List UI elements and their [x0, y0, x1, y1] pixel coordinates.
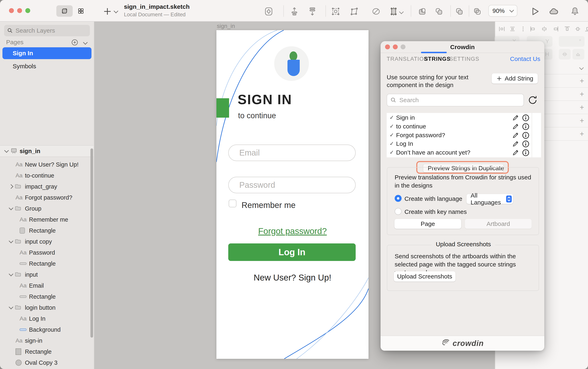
disclosure-down-icon[interactable] [4, 148, 9, 153]
page-button[interactable]: Page [394, 219, 461, 229]
difference-icon[interactable] [472, 7, 482, 16]
layer-row-sign-in[interactable]: Aasign-in [0, 335, 91, 346]
distribute-vertically-icon[interactable] [509, 25, 516, 33]
more-alignment-icon[interactable] [519, 25, 527, 33]
edit-pencil-icon[interactable] [512, 140, 519, 147]
edit-shape-icon[interactable] [331, 7, 341, 16]
align-top-icon[interactable] [564, 25, 571, 33]
sign-in-heading[interactable]: SIGN IN [238, 92, 292, 107]
mask-tool-icon[interactable] [371, 7, 381, 16]
artboard-title-label[interactable]: sign_in [217, 23, 235, 29]
strings-list-scrollbar[interactable] [532, 113, 541, 157]
transform-shape-icon[interactable] [349, 7, 359, 16]
window-close-button[interactable] [9, 8, 14, 13]
disclosure-down-icon[interactable] [9, 239, 13, 243]
grid-view-button[interactable] [73, 5, 89, 17]
sign-up-link[interactable]: New User? Sign Up! [216, 273, 368, 283]
window-zoom-button[interactable] [25, 8, 30, 13]
cloud-sync-button[interactable] [549, 7, 559, 16]
layer-row-forgot-password-[interactable]: AaForgot password? [0, 192, 91, 203]
all-languages-dropdown[interactable]: All Languages [467, 194, 513, 204]
scale-tool-chevron-icon[interactable] [399, 10, 404, 14]
layer-row-input-copy[interactable]: input copy [0, 236, 91, 247]
distribute-horizontal-icon[interactable] [307, 7, 317, 16]
disclosure-down-icon[interactable] [9, 305, 13, 309]
layer-row-input[interactable]: input [0, 269, 91, 280]
string-row-1[interactable]: ✓Sign in [387, 114, 532, 122]
remember-me-label[interactable]: Remember me [242, 201, 296, 210]
create-with-language-radio[interactable] [395, 195, 402, 202]
flip-vertical-button[interactable] [572, 49, 584, 60]
zoom-level-dropdown[interactable]: 90% [488, 5, 517, 17]
window-minimize-button[interactable] [17, 8, 22, 13]
disclosure-down-icon[interactable] [9, 206, 13, 210]
sidebar-page-sign-in[interactable]: Sign In [2, 47, 92, 59]
add-style-button[interactable]: + [578, 77, 586, 85]
rotation-field[interactable]: ° [559, 36, 585, 47]
layer-list-view-button[interactable] [56, 5, 73, 17]
add-style-button[interactable]: + [578, 116, 586, 125]
search-layers-input[interactable] [15, 27, 83, 34]
artboard-sign-in[interactable]: SIGN IN to continue Email Password Remem… [216, 30, 368, 359]
edit-pencil-icon[interactable] [512, 123, 519, 130]
add-style-button[interactable]: + [578, 90, 586, 99]
password-field[interactable]: Password [228, 177, 356, 193]
flip-horizontal-button[interactable] [559, 49, 571, 60]
sidebar-scrollbar[interactable] [90, 149, 93, 338]
to-continue-subheading[interactable]: to continue [238, 111, 276, 120]
app-logo[interactable] [274, 46, 309, 81]
layer-row-remember-me[interactable]: AaRemember me [0, 214, 91, 225]
add-string-button[interactable]: Add String [492, 73, 538, 84]
preview-play-button[interactable] [530, 7, 540, 16]
upload-screenshots-button[interactable]: Upload Screenshots [394, 271, 455, 281]
search-layers-field[interactable] [4, 25, 90, 36]
union-icon[interactable] [417, 7, 427, 16]
align-middle-vertical-icon[interactable] [574, 25, 581, 33]
layer-row-group[interactable]: Group [0, 203, 91, 214]
artboard-button[interactable]: Artboard [465, 219, 532, 229]
align-center-horizontal-icon[interactable] [541, 25, 548, 33]
string-row-3[interactable]: ✓Forgot password? [387, 131, 532, 140]
align-left-icon[interactable] [529, 25, 536, 33]
sidebar-page-symbols[interactable]: Symbols [2, 60, 92, 72]
add-style-button[interactable]: + [578, 130, 586, 138]
remember-me-checkbox[interactable] [229, 199, 236, 207]
notifications-bell-button[interactable] [570, 7, 580, 16]
align-bottom-icon[interactable] [584, 25, 588, 33]
layer-row-rectangle[interactable]: Rectangle [0, 346, 91, 357]
layer-row-new-user-sign-up-[interactable]: AaNew User? Sign Up! [0, 159, 91, 170]
info-icon[interactable] [522, 131, 530, 139]
info-icon[interactable] [522, 140, 530, 148]
info-icon[interactable] [522, 149, 530, 157]
layer-row-to-continue[interactable]: Aato-continue [0, 170, 91, 181]
refresh-strings-button[interactable] [528, 95, 538, 105]
disclosure-down-icon[interactable] [9, 272, 13, 276]
tab-strings[interactable]: STRINGS [424, 56, 451, 62]
pages-collapse-chevron-icon[interactable] [83, 40, 88, 45]
layer-row-impact-gray[interactable]: impact_gray [0, 181, 91, 192]
info-icon[interactable] [522, 123, 530, 130]
disclosure-right-icon[interactable] [9, 184, 13, 189]
log-in-button[interactable]: Log In [228, 243, 356, 261]
layer-row-sign-in[interactable]: sign_in [0, 145, 94, 157]
section-collapse-chevron-icon[interactable] [579, 65, 584, 70]
email-field[interactable]: Email [228, 145, 356, 161]
string-row-2[interactable]: ✓to continue [387, 122, 532, 131]
intersect-icon[interactable] [454, 7, 464, 16]
layer-row-rectangle[interactable]: Rectangle [0, 291, 91, 302]
strings-search-input[interactable] [399, 96, 514, 104]
contact-us-link[interactable]: Contact Us [510, 55, 540, 62]
edit-pencil-icon[interactable] [512, 131, 519, 139]
add-page-button[interactable] [71, 39, 78, 46]
distribute-vertical-icon[interactable] [290, 7, 299, 16]
layer-row-oval-copy-3[interactable]: Oval Copy 3 [0, 357, 91, 368]
edit-pencil-icon[interactable] [512, 114, 519, 121]
distribute-horizontally-icon[interactable] [498, 25, 505, 33]
layer-row-rectangle[interactable]: Rectangle [0, 258, 91, 269]
edit-pencil-icon[interactable] [512, 149, 519, 156]
insert-chevron-icon[interactable] [114, 9, 118, 13]
layer-row-login-button[interactable]: login button [0, 302, 91, 313]
symbol-tool-icon[interactable] [264, 7, 273, 16]
info-icon[interactable] [522, 114, 530, 122]
scale-tool-icon[interactable] [389, 7, 399, 16]
